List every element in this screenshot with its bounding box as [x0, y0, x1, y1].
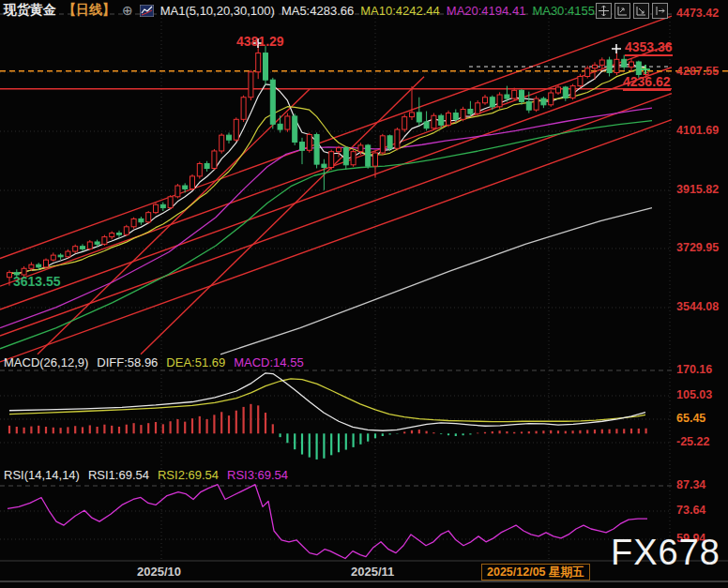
macd-macd-value: MACD:14.55 — [234, 355, 303, 369]
candle-body — [131, 219, 136, 226]
candle-body — [168, 197, 173, 208]
candle-body — [175, 186, 180, 197]
period-selector[interactable]: 【日线】 — [63, 2, 115, 19]
price-axis-label: 3729.95 — [676, 241, 719, 254]
candle-body — [249, 72, 253, 98]
candle-body — [212, 151, 217, 169]
candle-body — [307, 134, 311, 150]
candle-body — [264, 53, 268, 81]
ma20-value: MA20:4194.41 — [447, 4, 526, 18]
candle-body — [285, 116, 290, 129]
ma30-value: MA30:4155 — [532, 4, 595, 18]
price-axis-label: 3544.08 — [676, 300, 719, 313]
candle-body — [81, 247, 85, 249]
trend-line — [0, 16, 672, 258]
macd-diff-value: DIFF:58.96 — [97, 355, 158, 369]
collapse-right-icon[interactable] — [652, 3, 668, 19]
candle-body — [593, 65, 598, 68]
candle-body — [270, 80, 275, 124]
price-axis-label: 65.45 — [676, 412, 705, 425]
candle-body — [395, 129, 400, 148]
time-axis-label: 2025/10 — [137, 565, 181, 579]
crosshair-toggle-icon[interactable]: ⊕ — [122, 3, 133, 18]
chart-header: 现货黄金 【日线】 ⊕ MA1(5,10,20,30,100) MA5:4283… — [4, 2, 595, 19]
candle-body — [358, 145, 363, 152]
candle-body — [183, 186, 188, 188]
candle-body — [526, 101, 531, 110]
trend-line — [141, 77, 424, 354]
ma-settings-label: MA1(5,10,20,30,100) — [160, 4, 275, 18]
candle-body — [343, 148, 348, 165]
x-axis-zoom-icon[interactable] — [614, 3, 630, 19]
ma5-value: MA5:4283.66 — [281, 4, 354, 18]
ma-lines — [0, 64, 652, 354]
candle-body — [102, 237, 107, 245]
candle-body — [636, 62, 641, 74]
candle-body — [29, 264, 34, 268]
price-markers — [253, 38, 650, 74]
candle-body — [66, 251, 70, 257]
price-axis-label: -25.22 — [676, 435, 709, 448]
rsi-title: RSI(14,14,14) — [4, 468, 80, 482]
candle-body — [197, 163, 202, 175]
rsi1-value: RSI1:69.54 — [88, 468, 149, 482]
candle-body — [570, 86, 575, 98]
macd-header: MACD(26,12,9) DIFF:58.96 DEA:51.69 MACD:… — [4, 355, 304, 369]
price-overlay-label: 4353.36 — [625, 39, 673, 56]
candle-body — [278, 124, 282, 129]
candle-body — [154, 204, 159, 212]
candle-body — [541, 98, 546, 105]
candle-body — [220, 135, 224, 151]
candle-body — [373, 153, 378, 166]
candle-body — [51, 255, 55, 260]
candle-body — [95, 242, 99, 244]
candle-body — [520, 90, 524, 101]
macd-histogram — [9, 404, 646, 460]
macd-dea-value: DEA:51.69 — [166, 355, 225, 369]
ma10-value: MA10:4242.44 — [360, 4, 440, 18]
candle-body — [585, 68, 590, 77]
price-axis-label: 73.64 — [676, 504, 705, 517]
candle-body — [351, 152, 356, 165]
candle-body — [8, 273, 12, 278]
current-date-label: 2025/12/05 星期五 — [481, 564, 590, 580]
candle-body — [578, 76, 583, 85]
candle-body — [410, 113, 415, 117]
candle-body — [534, 98, 538, 110]
candle-body — [447, 113, 451, 126]
macd-title: MACD(26,12,9) — [4, 355, 88, 369]
trend-line — [0, 94, 672, 336]
candle-body — [117, 234, 122, 235]
candle-body — [160, 204, 165, 207]
macd-lines — [9, 373, 645, 430]
candle-body — [402, 117, 407, 129]
candle-body — [505, 95, 509, 98]
candle-body — [549, 93, 554, 105]
move-icon[interactable] — [596, 3, 612, 19]
candle-body — [512, 90, 517, 98]
time-axis-label: 2025/11 — [351, 565, 394, 579]
candle-body — [629, 62, 634, 67]
candle-body — [556, 87, 561, 93]
candle-body — [497, 95, 502, 107]
candle-body — [234, 119, 238, 140]
rsi-lines — [8, 485, 647, 559]
candle-body — [293, 116, 297, 143]
candle-body — [256, 53, 261, 72]
candle-body — [87, 242, 92, 249]
candle-body — [139, 219, 144, 221]
candle-body — [380, 136, 385, 153]
price-axis-label: 3915.82 — [676, 183, 719, 196]
candle-body — [44, 260, 49, 267]
candle-body — [329, 152, 334, 168]
price-axis-label: 87.34 — [676, 478, 705, 491]
chart-canvas[interactable] — [0, 0, 728, 588]
trend-line — [38, 89, 310, 354]
candle-body — [205, 163, 209, 168]
chart-type-icon[interactable] — [140, 5, 154, 17]
candle-body — [599, 60, 604, 65]
candle-body — [622, 59, 627, 67]
y-axis-zoom-icon[interactable] — [633, 3, 649, 19]
price-axis-label: 170.16 — [676, 363, 712, 376]
candle-body — [337, 148, 341, 152]
